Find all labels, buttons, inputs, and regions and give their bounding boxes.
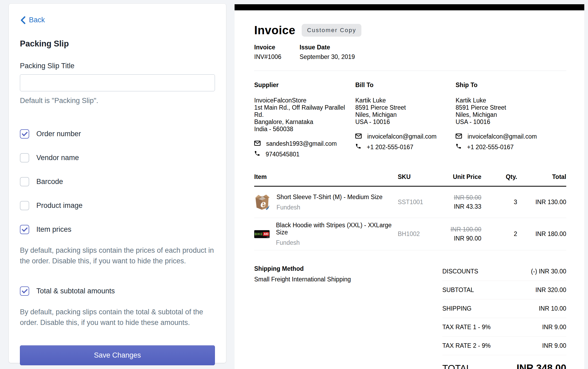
- column-header-sku: SKU: [398, 173, 431, 181]
- totals-value: INR 9.00: [542, 342, 566, 349]
- item-prices-help-text: By default, packing slips contain the pr…: [20, 245, 215, 276]
- checkbox-row-total-subtotal[interactable]: Total & subtotal amounts: [20, 286, 215, 296]
- grand-total-value: INR 348.00: [517, 363, 566, 369]
- totals-value: INR 10.00: [539, 305, 566, 312]
- supplier-name: InvoiceFalconStore: [254, 97, 355, 104]
- item-qty: 3: [481, 199, 517, 206]
- totals-value: (-) INR 30.00: [531, 268, 566, 275]
- item-name: Black Hoodie with Stripes (XXL) - XXLarg…: [276, 222, 398, 236]
- checkbox-row-vendor-name[interactable]: Vendor name: [20, 153, 215, 162]
- item-price: INR 43.33: [431, 203, 481, 210]
- supplier-heading: Supplier: [254, 81, 355, 89]
- issue-date-value: September 30, 2019: [300, 53, 355, 61]
- bill-to-heading: Bill To: [355, 81, 456, 89]
- checkbox-row-item-prices[interactable]: Item prices: [20, 225, 215, 234]
- totals-value: INR 320.00: [535, 286, 566, 294]
- checkbox-label: Total & subtotal amounts: [36, 287, 115, 295]
- grand-total-label: TOTAL: [442, 363, 472, 369]
- totals-row-discounts: DISCOUNTS (-) INR 30.00: [442, 265, 566, 281]
- back-label: Back: [29, 16, 45, 24]
- totals-block: DISCOUNTS (-) INR 30.00 SUBTOTAL INR 320…: [442, 265, 566, 369]
- totals-row-tax1: TAX RATE 1 - 9% INR 9.00: [442, 318, 566, 337]
- ship-to-email: invoicefalcon@gmail.com: [468, 133, 537, 140]
- table-row: e Short Sleeve T-Shirt (M) - Medium Size…: [254, 187, 566, 218]
- item-price: INR 90.00: [431, 235, 481, 242]
- item-total: INR 130.00: [517, 199, 566, 206]
- totals-label: TAX RATE 1 - 9%: [442, 324, 491, 331]
- checkbox-row-barcode[interactable]: Barcode: [20, 177, 215, 186]
- invoice-number-value: INV#1006: [254, 53, 287, 61]
- total-subtotal-help-text: By default, packing slips contain the to…: [20, 307, 215, 338]
- totals-row-subtotal: SUBTOTAL INR 320.00: [442, 281, 566, 299]
- checkbox-label: Order number: [36, 130, 81, 138]
- item-total: INR 180.00: [517, 230, 566, 238]
- bikeaid-text: BIKE: [255, 232, 263, 236]
- item-sku: SST1001: [398, 199, 431, 206]
- save-changes-button[interactable]: Save Changes: [20, 345, 215, 365]
- checkbox-row-product-image[interactable]: Product image: [20, 201, 215, 210]
- supplier-email: sandesh1993@gmail.com: [266, 140, 337, 147]
- invoice-title: Invoice: [254, 24, 295, 37]
- ship-to-heading: Ship To: [456, 81, 566, 89]
- phone-icon: [456, 143, 461, 151]
- checkbox-label: Vendor name: [36, 154, 79, 162]
- item-sku: BH1002: [398, 230, 431, 238]
- ship-to-address-line: USA - 10016: [456, 118, 566, 126]
- grand-total-row: TOTAL INR 348.00: [442, 355, 566, 369]
- item-original-price: INR 50.00: [431, 194, 481, 201]
- email-icon: [456, 133, 462, 140]
- item-prices-checkbox[interactable]: [20, 225, 29, 234]
- options-list: Order number Vendor name Barcode Product…: [20, 129, 215, 338]
- bill-to-phone: +1 202-555-0167: [367, 144, 413, 151]
- packing-slip-title-help: Default is "Packing Slip".: [20, 97, 215, 105]
- chevron-left-icon: [20, 16, 26, 24]
- email-icon: [254, 140, 261, 147]
- column-header-qty: Qty.: [481, 173, 517, 181]
- vendor-name-checkbox[interactable]: [20, 153, 29, 162]
- totals-row-tax2: TAX RATE 2 - 9% INR 9.00: [442, 337, 566, 355]
- column-header-unit-price: Unit Price: [431, 173, 481, 181]
- total-subtotal-checkbox[interactable]: [20, 286, 29, 296]
- header-divider: [254, 71, 566, 71]
- barcode-checkbox[interactable]: [20, 177, 29, 186]
- item-original-price: INR 100.00: [431, 226, 481, 233]
- item-qty: 2: [481, 230, 517, 238]
- supplier-block: Supplier InvoiceFalconStore 1st Main Rd.…: [254, 81, 355, 158]
- issue-date-label: Issue Date: [300, 44, 355, 51]
- invoice-meta: Invoice INV#1006 Issue Date September 30…: [254, 44, 566, 61]
- invoice-number-label: Invoice: [254, 44, 287, 51]
- totals-label: TAX RATE 2 - 9%: [442, 342, 491, 349]
- packing-slip-title-label: Packing Slip Title: [20, 62, 215, 70]
- ship-to-block: Ship To Kartik Luke 8591 Pierce Street N…: [456, 81, 566, 158]
- shipping-method-block: Shipping Method Small Freight Internatio…: [254, 265, 351, 283]
- phone-icon: [254, 151, 260, 158]
- invoice-top-bar: [235, 4, 584, 10]
- order-number-checkbox[interactable]: [20, 129, 29, 139]
- supplier-address-line: India - 560038: [254, 126, 355, 133]
- product-image-checkbox[interactable]: [20, 201, 29, 210]
- back-button[interactable]: Back: [20, 16, 45, 24]
- bill-to-email: invoicefalcon@gmail.com: [367, 133, 436, 140]
- bill-to-address-line: Niles, Michigan: [355, 111, 456, 118]
- totals-row-shipping: SHIPPING INR 10.00: [442, 299, 566, 318]
- shipping-method-label: Shipping Method: [254, 265, 351, 272]
- supplier-address-line: 1st Main Rd., Off Railway Parallel Rd.: [254, 104, 355, 118]
- checkbox-label: Barcode: [36, 178, 63, 186]
- ship-to-address-line: 8591 Pierce Street: [456, 104, 566, 111]
- totals-label: DISCOUNTS: [442, 268, 478, 275]
- totals-value: INR 9.00: [542, 324, 566, 331]
- bill-to-name: Kartik Luke: [355, 97, 456, 104]
- invoice-number-block: Invoice INV#1006: [254, 44, 287, 61]
- invoice-preview: Invoice Customer Copy Invoice INV#1006 I…: [235, 4, 584, 369]
- customer-copy-badge: Customer Copy: [302, 24, 361, 37]
- packing-slip-title-input[interactable]: [20, 74, 215, 91]
- bikeaid-text: .sg: [266, 236, 269, 238]
- item-name: Short Sleeve T-Shirt (M) - Medium Size: [276, 194, 383, 201]
- table-row: BIKEAID .sg Black Hoodie with Stripes (X…: [254, 218, 566, 250]
- item-vendor: Fundesh: [276, 204, 383, 211]
- checkbox-row-order-number[interactable]: Order number: [20, 129, 215, 139]
- ship-to-phone: +1 202-555-0167: [467, 144, 514, 151]
- shipping-method-value: Small Freight International Shipping: [254, 276, 351, 283]
- page-title: Packing Slip: [20, 39, 215, 49]
- column-header-total: Total: [517, 173, 566, 181]
